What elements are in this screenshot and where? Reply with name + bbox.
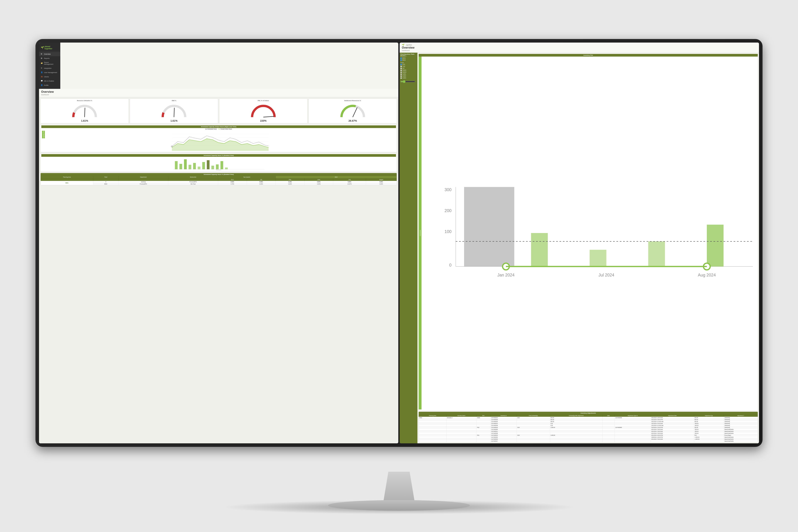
td-date: [602, 431, 614, 432]
td-plant-1: 6: [93, 181, 118, 183]
td-scenario: [446, 424, 476, 426]
checkbox-raw1[interactable]: [400, 70, 402, 71]
date-range-slider[interactable]: [400, 80, 415, 83]
td-item: [476, 421, 491, 423]
kpi-bottleneck-value: 26.67%: [348, 119, 357, 122]
clients-icon: 💼: [41, 76, 43, 78]
checkbox-int[interactable]: [400, 68, 402, 69]
th-inv-onhand: OnHandQty After Adjustment: [550, 415, 602, 417]
td-scenario: [446, 421, 476, 423]
y-label-top: 300: [444, 187, 452, 192]
sidebar-item-profile[interactable]: 👤 Profile: [39, 83, 60, 88]
inventory-plot-svg: 300 200 100 0: [421, 57, 758, 410]
kpi-resource-utilization: Resource Utilization % 1.61%: [40, 99, 129, 124]
td-adj-qty: -500.00: [694, 423, 724, 424]
td-scenario: [446, 423, 476, 424]
td-inv-id: -2147483618: [490, 426, 517, 429]
table-title: Scheduled Capacity Hours % (Detailed Vie…: [41, 173, 397, 176]
right-logo-text: ogether: [406, 44, 412, 46]
sidebar-item-reports[interactable]: ▦ Reports: [39, 56, 60, 60]
filter-b002[interactable]: B002: [400, 59, 417, 61]
kpi-prl-title: PRL % of Orders: [258, 100, 269, 101]
th-inv-t: Adjustment T: [724, 415, 758, 417]
td-area: B002: [419, 417, 446, 419]
th-inv-item: Item: [476, 415, 491, 417]
th-2024: 2024: [276, 176, 397, 178]
checkbox-raw2[interactable]: [400, 72, 402, 73]
start-dot: [171, 146, 173, 147]
y-label-mid: 200: [444, 208, 452, 213]
sidebar-item-overview[interactable]: ⊞ Overview: [39, 52, 60, 56]
td-adj-date: 3/31/2024 11:00:00 AM: [651, 424, 694, 426]
td-final-qty: [517, 421, 550, 423]
td-q2-2: 4.73%: [218, 183, 247, 185]
x-axis-label: Resources: [216, 169, 221, 170]
filter-fg2[interactable]: FG2: [400, 65, 417, 67]
td-inv-id: -2147483014: [490, 423, 517, 424]
td-item: [476, 419, 491, 421]
td-adj-qty: [694, 440, 724, 442]
td-scenario: [446, 440, 476, 442]
filter-sub2[interactable]: SUB2: [400, 75, 417, 77]
bar-3: [184, 159, 187, 169]
sidebar-item-integration[interactable]: ⚙ Integration: [39, 66, 60, 70]
folder-icon: 📁: [41, 62, 43, 64]
filter-sub1[interactable]: SUB1: [400, 73, 417, 75]
td-final-qty: [517, 440, 550, 442]
right-main: Inventory Plot Inventories 300 200: [417, 53, 759, 443]
sidebar-item-user-mgmt[interactable]: 👤 User Management: [39, 70, 60, 75]
checkbox-fg2[interactable]: [400, 65, 402, 67]
filter-b001[interactable]: B001: [400, 57, 417, 59]
inventories-label: Inventories: [419, 57, 421, 410]
left-main-content: Overview Dashboard Resource Utilization …: [39, 89, 398, 443]
filter-sub3[interactable]: SUB3: [400, 77, 417, 79]
td-scenario: [446, 426, 476, 429]
td-scenario: [446, 431, 476, 432]
td-area: [419, 421, 446, 423]
td-final-qty: [517, 432, 550, 434]
chart2-area: Resources: [41, 157, 396, 171]
checkbox-b001[interactable]: [400, 57, 402, 59]
td-type: [614, 438, 651, 440]
td-inv-id: -2147483025: [490, 421, 517, 423]
th-inv-area: Planning Area: [419, 415, 446, 417]
td-date: [602, 438, 614, 440]
td-item: [476, 424, 491, 426]
checkbox-sub1[interactable]: [400, 73, 402, 75]
td-final-qty: [517, 431, 550, 432]
td-adj-t: SalesOrderDistrib: [724, 432, 758, 434]
sidebar-item-clients[interactable]: 💼 Clients: [39, 75, 60, 79]
inv-bar-1: [464, 187, 514, 266]
td-onhand: [550, 440, 602, 442]
td-q3-1: 0.53%: [247, 181, 276, 183]
inv-row: -2147483048 0.00 3/31/2024 11:00:00 AM -…: [419, 424, 758, 426]
checkbox-b002[interactable]: [400, 59, 402, 61]
checkbox-sub3[interactable]: [400, 77, 402, 79]
td-adj-date: [651, 440, 694, 442]
td-adj-date: 5/31/2024 2:36:00 PM: [651, 419, 694, 421]
filter-raw2[interactable]: RAW2: [400, 71, 417, 73]
chart1-legend: Scheduled Hours Overall Online Hours: [41, 128, 396, 130]
td-jun-2: 0.00%: [304, 183, 333, 185]
td-item: [476, 431, 491, 432]
svg-line-0: [84, 108, 85, 117]
filter-raw1[interactable]: RAW1: [400, 69, 417, 71]
sidebar-item-report-mgmt[interactable]: 📁 Report Management: [39, 60, 60, 66]
bar-8: [207, 160, 209, 169]
filter-fg1[interactable]: FG1: [400, 63, 417, 65]
td-area: [419, 438, 446, 440]
td-adj-date: 9/06/2024 1:00:00 PM: [651, 436, 694, 438]
filter-int[interactable]: INT: [400, 68, 417, 69]
checkbox-sub2[interactable]: [400, 75, 402, 77]
sidebar-item-chatbot[interactable]: 💬 KB AI Chatbot: [39, 79, 60, 83]
bar-7: [202, 162, 205, 169]
td-onhand: [550, 432, 602, 434]
inv-adj-table-container[interactable]: Planning Area Scenario Name Item Invento…: [419, 414, 758, 442]
td-date: [602, 432, 614, 434]
right-filter-panel: Planning Area, Plant, Months... B001 B00…: [400, 53, 417, 443]
checkbox-fg1[interactable]: [400, 64, 402, 65]
td-scenario: Scenario 2: [446, 417, 476, 419]
td-date: [602, 417, 614, 419]
td-inv-id: -2147483511: [490, 431, 517, 432]
td-aug-2: 0.00%: [366, 183, 397, 185]
